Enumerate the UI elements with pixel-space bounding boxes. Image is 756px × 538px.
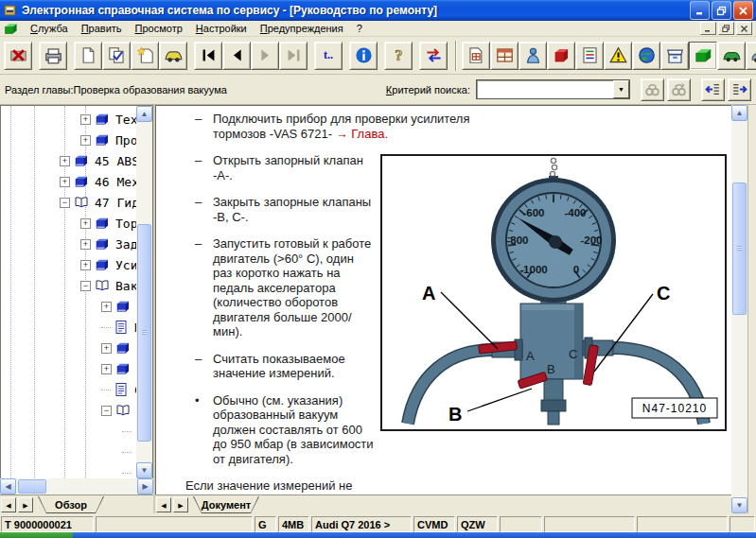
restore-button[interactable]	[712, 1, 731, 20]
tree-hscrollbar-thumb[interactable]	[18, 479, 46, 494]
chain-link	[550, 171, 554, 176]
tab-document[interactable]: Документ	[193, 496, 259, 513]
car-icon	[165, 46, 183, 64]
globe-button[interactable]	[632, 42, 660, 70]
swap-button[interactable]	[419, 42, 448, 70]
scroll-down-arrow[interactable]: ▼	[136, 462, 152, 478]
close-button[interactable]	[733, 1, 753, 20]
find-prev-button[interactable]	[667, 78, 691, 101]
paragraph-0: –Подключить прибор для проверки усилител…	[213, 112, 506, 141]
scroll-right-arrow[interactable]: ▶	[137, 478, 153, 495]
warning-button[interactable]	[604, 42, 632, 70]
exit-button[interactable]	[4, 42, 32, 70]
box-button[interactable]	[660, 42, 689, 70]
find-next-button[interactable]	[641, 78, 664, 101]
search-criteria-value[interactable]	[477, 80, 613, 98]
red-book-button[interactable]	[547, 42, 575, 70]
tab-scroll-right-button[interactable]: ▶	[173, 497, 188, 512]
taskbar-strip	[0, 532, 756, 538]
green-car-button[interactable]	[717, 42, 746, 70]
tab-overview[interactable]: Обзор	[38, 496, 104, 513]
document-content: –Подключить прибор для проверки усилител…	[155, 105, 731, 495]
port-letter-c: С	[569, 347, 577, 361]
combobox-dropdown-button[interactable]: ▼	[613, 80, 629, 98]
nav-last-button[interactable]	[279, 42, 308, 70]
warning-icon	[609, 46, 627, 64]
car-button[interactable]	[159, 42, 187, 70]
tab-scroll-left-button[interactable]: ◀	[156, 497, 171, 512]
list-back-button[interactable]	[701, 78, 725, 101]
tree-expander-plus[interactable]: +	[60, 177, 70, 187]
tree-expander-minus[interactable]: −	[60, 198, 70, 208]
search-criteria-combobox[interactable]: ▼	[476, 79, 630, 99]
nav-next-button[interactable]	[251, 42, 279, 70]
paragraph-1: –Открыть запорный клапан -А-.	[213, 153, 374, 182]
menu-item-4[interactable]: Предупреждения	[254, 22, 350, 35]
menu-item-3[interactable]: Настройки	[189, 22, 254, 35]
minimize-button[interactable]	[690, 1, 710, 20]
scroll-up-arrow[interactable]: ▲	[731, 105, 747, 121]
scroll-up-arrow[interactable]: ▲	[136, 106, 152, 122]
list-forward-button[interactable]	[728, 78, 751, 101]
menu-item-1[interactable]: Править	[75, 22, 129, 35]
nav-prev-button[interactable]	[222, 42, 251, 70]
tree-vertical-scrollbar[interactable]: ▲ ▼	[136, 106, 152, 478]
green-book-button[interactable]	[689, 42, 717, 70]
tree-expander-plus[interactable]: +	[80, 218, 91, 229]
chapter-link[interactable]: → Глава.	[336, 127, 388, 141]
nav-first-button[interactable]	[194, 42, 222, 70]
menu-item-2[interactable]: Просмотр	[129, 22, 189, 35]
start-button-sliver[interactable]	[0, 532, 73, 538]
tree-item-2[interactable]: +45 ABS,	[60, 150, 149, 171]
title-bar: Электронная справочная система по сервис…	[0, 0, 756, 21]
car-info-button[interactable]	[746, 42, 756, 70]
tree-expander-plus[interactable]: +	[101, 302, 112, 312]
tree-guide-line	[34, 106, 35, 478]
list-page-button[interactable]	[575, 42, 604, 70]
tree-connector	[122, 473, 132, 474]
dial-label: -1000	[519, 264, 547, 275]
mdi-close-button[interactable]	[736, 22, 752, 35]
tab-scroll-right-button[interactable]: ▶	[18, 497, 33, 512]
goto-button[interactable]: t..	[314, 42, 343, 70]
mdi-minimize-button[interactable]	[700, 22, 716, 35]
tree-expander-plus[interactable]: +	[101, 343, 112, 354]
valve-block-highlight	[521, 304, 582, 310]
status-segment-10	[730, 516, 755, 532]
tree-expander-plus[interactable]: +	[60, 156, 70, 166]
tree-expander-plus[interactable]: +	[80, 135, 91, 146]
page-table-button[interactable]	[462, 42, 490, 70]
tree-expander-plus[interactable]: +	[101, 364, 112, 374]
document-scrollbar-thumb[interactable]	[732, 182, 747, 315]
page-table-icon	[467, 46, 485, 64]
copy-pages-button[interactable]	[102, 42, 131, 70]
info-button[interactable]	[349, 42, 378, 70]
new-note-button[interactable]	[131, 42, 159, 70]
document-vertical-scrollbar[interactable]: ▲ ▼	[731, 105, 747, 513]
book-closed-icon	[74, 153, 89, 168]
tab-scroll-left-button[interactable]: ◀	[1, 497, 16, 512]
tree-expander-plus[interactable]: +	[80, 114, 91, 125]
menu-item-0[interactable]: Служба	[24, 22, 75, 35]
help-button[interactable]: ?	[384, 42, 413, 70]
print-button[interactable]	[39, 42, 67, 70]
list-next-icon	[731, 81, 747, 97]
new-page-button[interactable]	[74, 42, 102, 70]
window-grid-button[interactable]	[490, 42, 519, 70]
tree-expander-plus[interactable]: +	[80, 260, 91, 270]
tree-expander-plus[interactable]: +	[80, 239, 91, 250]
scroll-left-arrow[interactable]: ◀	[0, 478, 16, 495]
mdi-restore-button[interactable]	[718, 22, 734, 35]
person-button[interactable]	[519, 42, 547, 70]
paragraph-text: Открыть запорный клапан -А-.	[213, 153, 363, 182]
tab-overview-label: Обзор	[39, 496, 103, 512]
tree-horizontal-scrollbar[interactable]: ◀ ▶	[0, 478, 153, 495]
tree-expander-minus[interactable]: −	[80, 281, 91, 291]
scroll-down-arrow[interactable]: ▼	[731, 497, 747, 513]
book-closed-icon	[95, 257, 110, 272]
tree-expander-minus[interactable]: −	[101, 406, 112, 416]
print-icon	[44, 46, 62, 64]
tree-scrollbar-thumb[interactable]	[137, 224, 151, 442]
callout-label-a: А	[422, 283, 435, 304]
menu-item-5[interactable]: ?	[350, 22, 369, 35]
